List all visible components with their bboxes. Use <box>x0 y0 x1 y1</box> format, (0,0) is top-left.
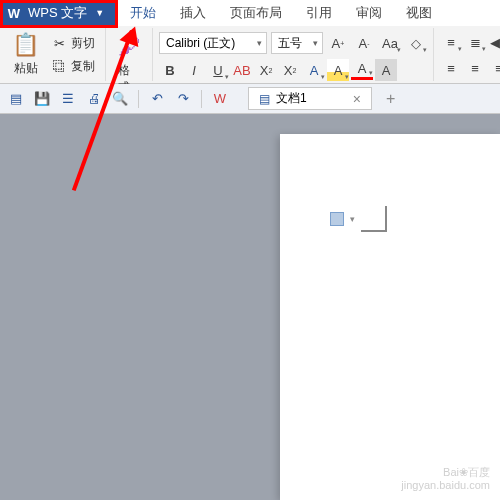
tab-home[interactable]: 开始 <box>118 0 168 28</box>
separator <box>201 90 202 108</box>
document-page[interactable]: ▾ <box>280 134 500 500</box>
tab-review[interactable]: 审阅 <box>344 0 394 27</box>
copy-button[interactable]: ⿻ 复制 <box>47 56 99 77</box>
title-dropdown-icon[interactable]: ▼ <box>95 8 104 18</box>
close-icon[interactable]: × <box>353 91 361 107</box>
paste-button[interactable]: 📋 粘贴 <box>6 28 45 81</box>
bold-button[interactable]: B <box>159 59 181 81</box>
tab-page-layout[interactable]: 页面布局 <box>218 0 294 27</box>
italic-button[interactable]: I <box>183 59 205 81</box>
wps-home-icon[interactable]: W <box>210 89 230 109</box>
shrink-font-button[interactable]: A- <box>353 32 375 54</box>
paste-label: 粘贴 <box>14 60 38 77</box>
undo-icon[interactable]: ↶ <box>147 89 167 109</box>
open-icon[interactable]: ☰ <box>58 89 78 109</box>
font-group: Calibri (正文) 五号 A+ A- Aa ◇ B I U AB X2 X… <box>153 28 434 81</box>
chevron-down-icon: ▾ <box>350 214 355 224</box>
print-icon[interactable]: 🖨 <box>84 89 104 109</box>
char-border-button[interactable]: A <box>375 59 397 81</box>
doc-tab-label: 文档1 <box>276 90 307 107</box>
copy-label: 复制 <box>71 58 95 75</box>
numbering-button[interactable]: ≣ <box>464 31 486 53</box>
font-size-select[interactable]: 五号 <box>271 32 323 54</box>
document-canvas: ▾ <box>0 114 500 500</box>
app-title: WPS 文字 <box>28 4 87 22</box>
align-center-button[interactable]: ≡ <box>464 57 486 79</box>
ribbon-tab-strip: 开始 插入 页面布局 引用 审阅 视图 <box>118 0 500 28</box>
char-shading-button[interactable]: A <box>303 59 325 81</box>
corner-mark <box>361 206 387 232</box>
copy-icon: ⿻ <box>51 58 67 74</box>
ribbon: 📋 粘贴 ✂ 剪切 ⿻ 复制 🖌 格式刷 Calibri (正文) 五号 A+ … <box>0 26 500 84</box>
separator <box>138 90 139 108</box>
format-painter-group: 🖌 格式刷 <box>106 28 153 81</box>
preview-icon[interactable]: 🔍 <box>110 89 130 109</box>
tab-references[interactable]: 引用 <box>294 0 344 27</box>
clipboard-group: 📋 粘贴 ✂ 剪切 ⿻ 复制 <box>0 28 106 81</box>
wps-logo-icon: W <box>6 5 22 21</box>
redo-icon[interactable]: ↷ <box>173 89 193 109</box>
save-icon[interactable]: 💾 <box>32 89 52 109</box>
align-right-button[interactable]: ≡ <box>488 57 500 79</box>
subscript-button[interactable]: X2 <box>279 59 301 81</box>
underline-button[interactable]: U <box>207 59 229 81</box>
quick-access-toolbar: ▤ 💾 ☰ 🖨 🔍 ↶ ↷ W ▤ 文档1 × + <box>0 84 500 114</box>
page-marker: ▾ <box>330 206 387 232</box>
grow-font-button[interactable]: A+ <box>327 32 349 54</box>
superscript-button[interactable]: X2 <box>255 59 277 81</box>
cut-button[interactable]: ✂ 剪切 <box>47 33 99 54</box>
decrease-indent-button[interactable]: ◀≡ <box>488 31 500 53</box>
brush-icon: 🖌 <box>118 34 140 60</box>
tab-view[interactable]: 视图 <box>394 0 444 27</box>
doc-tab-icon: ▤ <box>259 92 270 106</box>
new-tab-button[interactable]: + <box>378 90 403 108</box>
align-left-button[interactable]: ≡ <box>440 57 462 79</box>
strike-button[interactable]: AB <box>231 59 253 81</box>
document-tab[interactable]: ▤ 文档1 × <box>248 87 372 110</box>
font-name-select[interactable]: Calibri (正文) <box>159 32 267 54</box>
watermark: Bai❀百度 jingyan.baidu.com <box>401 466 490 492</box>
scissors-icon: ✂ <box>51 35 67 51</box>
change-case-button[interactable]: Aa <box>379 32 401 54</box>
paragraph-group: ≡ ≣ ◀≡ ≡ ≡ ≡ <box>434 28 500 81</box>
section-icon <box>330 212 344 226</box>
cut-label: 剪切 <box>71 35 95 52</box>
clear-format-button[interactable]: ◇ <box>405 32 427 54</box>
paste-icon: 📋 <box>12 32 39 58</box>
bullets-button[interactable]: ≡ <box>440 31 462 53</box>
new-icon[interactable]: ▤ <box>6 89 26 109</box>
tab-insert[interactable]: 插入 <box>168 0 218 27</box>
highlight-button[interactable]: A <box>327 59 349 81</box>
font-color-button[interactable]: A <box>351 61 373 80</box>
